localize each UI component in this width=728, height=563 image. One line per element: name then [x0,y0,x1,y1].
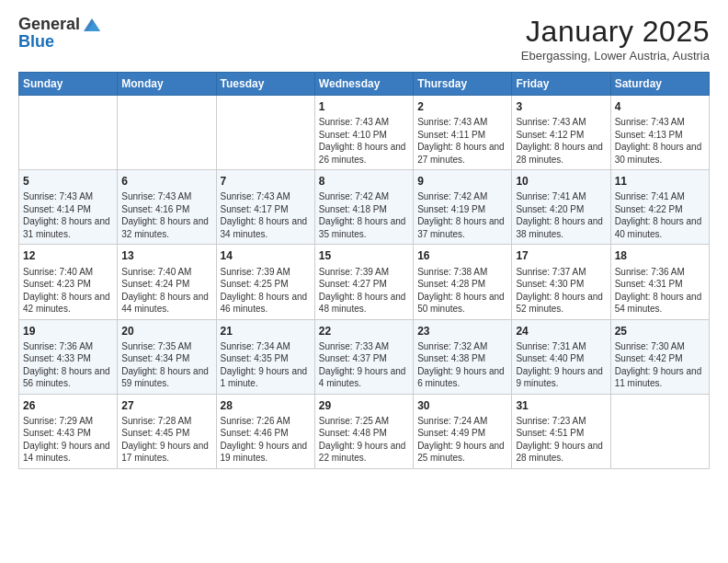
cell-3-5: 24Sunrise: 7:31 AMSunset: 4:40 PMDayligh… [512,319,610,394]
cell-0-1 [118,96,216,170]
day-number: 6 [121,174,211,189]
col-thursday: Thursday [414,73,512,96]
day-number: 17 [516,248,606,263]
day-number: 31 [516,398,606,413]
sunrise-text: Sunrise: 7:39 AM [221,266,311,279]
cell-3-4: 23Sunrise: 7:32 AMSunset: 4:38 PMDayligh… [414,319,512,394]
daylight-text: Daylight: 9 hours and 25 minutes. [417,440,507,465]
day-number: 4 [615,99,705,114]
sunset-text: Sunset: 4:43 PM [23,427,113,440]
sunset-text: Sunset: 4:33 PM [23,352,113,365]
week-row-3: 19Sunrise: 7:36 AMSunset: 4:33 PMDayligh… [19,319,710,394]
sunrise-text: Sunrise: 7:29 AM [23,415,113,428]
sunrise-text: Sunrise: 7:43 AM [417,116,507,129]
month-title: January 2025 [521,15,710,49]
sunset-text: Sunset: 4:12 PM [516,129,606,142]
day-number: 20 [121,324,211,339]
sunrise-text: Sunrise: 7:35 AM [121,340,211,353]
sunrise-text: Sunrise: 7:23 AM [516,415,606,428]
sunset-text: Sunset: 4:22 PM [615,203,705,216]
sunrise-text: Sunrise: 7:43 AM [23,190,113,203]
daylight-text: Daylight: 8 hours and 27 minutes. [417,141,507,166]
daylight-text: Daylight: 9 hours and 11 minutes. [615,365,705,390]
cell-4-2: 28Sunrise: 7:26 AMSunset: 4:46 PMDayligh… [216,394,314,468]
daylight-text: Daylight: 9 hours and 6 minutes. [417,365,507,390]
sunrise-text: Sunrise: 7:34 AM [221,340,311,353]
col-friday: Friday [512,73,610,96]
sunset-text: Sunset: 4:17 PM [221,203,311,216]
day-number: 24 [516,324,606,339]
cell-4-1: 27Sunrise: 7:28 AMSunset: 4:45 PMDayligh… [118,394,216,468]
day-number: 10 [516,174,606,189]
sunset-text: Sunset: 4:40 PM [516,352,606,365]
calendar-table: Sunday Monday Tuesday Wednesday Thursday… [18,72,710,469]
daylight-text: Daylight: 8 hours and 48 minutes. [319,291,409,316]
sunset-text: Sunset: 4:49 PM [417,427,507,440]
day-number: 11 [615,174,705,189]
logo-icon [82,15,102,35]
day-number: 21 [221,324,311,339]
cell-3-1: 20Sunrise: 7:35 AMSunset: 4:34 PMDayligh… [118,319,216,394]
cell-1-6: 11Sunrise: 7:41 AMSunset: 4:22 PMDayligh… [610,170,709,245]
sunrise-text: Sunrise: 7:43 AM [319,116,409,129]
day-number: 3 [516,99,606,114]
sunset-text: Sunset: 4:51 PM [516,427,606,440]
location-subtitle: Ebergassing, Lower Austria, Austria [521,49,710,63]
cell-0-3: 1Sunrise: 7:43 AMSunset: 4:10 PMDaylight… [314,96,413,170]
daylight-text: Daylight: 8 hours and 35 minutes. [319,215,409,240]
col-tuesday: Tuesday [216,73,314,96]
sunrise-text: Sunrise: 7:40 AM [23,266,113,279]
cell-4-3: 29Sunrise: 7:25 AMSunset: 4:48 PMDayligh… [314,394,413,468]
cell-2-4: 16Sunrise: 7:38 AMSunset: 4:28 PMDayligh… [414,245,512,319]
day-number: 27 [121,398,211,413]
col-sunday: Sunday [19,73,118,96]
daylight-text: Daylight: 9 hours and 28 minutes. [516,440,606,465]
day-number: 22 [319,324,409,339]
sunset-text: Sunset: 4:37 PM [319,352,409,365]
sunrise-text: Sunrise: 7:43 AM [121,190,211,203]
daylight-text: Daylight: 8 hours and 31 minutes. [23,215,113,240]
day-number: 18 [615,248,705,263]
week-row-0: 1Sunrise: 7:43 AMSunset: 4:10 PMDaylight… [19,96,710,170]
day-number: 15 [319,248,409,263]
cell-3-6: 25Sunrise: 7:30 AMSunset: 4:42 PMDayligh… [610,319,709,394]
sunrise-text: Sunrise: 7:36 AM [23,340,113,353]
cell-3-3: 22Sunrise: 7:33 AMSunset: 4:37 PMDayligh… [314,319,413,394]
day-number: 28 [221,398,311,413]
day-number: 14 [221,248,311,263]
day-number: 2 [417,99,507,114]
daylight-text: Daylight: 8 hours and 26 minutes. [319,141,409,166]
cell-0-4: 2Sunrise: 7:43 AMSunset: 4:11 PMDaylight… [414,96,512,170]
cell-4-5: 31Sunrise: 7:23 AMSunset: 4:51 PMDayligh… [512,394,610,468]
cell-1-2: 7Sunrise: 7:43 AMSunset: 4:17 PMDaylight… [216,170,314,245]
sunset-text: Sunset: 4:48 PM [319,427,409,440]
day-number: 26 [23,398,113,413]
daylight-text: Daylight: 9 hours and 9 minutes. [516,365,606,390]
cell-2-0: 12Sunrise: 7:40 AMSunset: 4:23 PMDayligh… [19,245,118,319]
sunrise-text: Sunrise: 7:33 AM [319,340,409,353]
week-row-1: 5Sunrise: 7:43 AMSunset: 4:14 PMDaylight… [19,170,710,245]
header: General Blue January 2025 Ebergassing, L… [18,15,710,63]
sunset-text: Sunset: 4:27 PM [319,278,409,291]
week-row-2: 12Sunrise: 7:40 AMSunset: 4:23 PMDayligh… [19,245,710,319]
sunset-text: Sunset: 4:45 PM [121,427,211,440]
cell-4-0: 26Sunrise: 7:29 AMSunset: 4:43 PMDayligh… [19,394,118,468]
col-wednesday: Wednesday [314,73,413,96]
col-saturday: Saturday [610,73,709,96]
sunrise-text: Sunrise: 7:30 AM [615,340,705,353]
sunrise-text: Sunrise: 7:36 AM [615,266,705,279]
daylight-text: Daylight: 8 hours and 46 minutes. [221,291,311,316]
sunrise-text: Sunrise: 7:39 AM [319,266,409,279]
daylight-text: Daylight: 8 hours and 42 minutes. [23,291,113,316]
cell-3-2: 21Sunrise: 7:34 AMSunset: 4:35 PMDayligh… [216,319,314,394]
logo-general: General [18,16,80,34]
cell-0-6: 4Sunrise: 7:43 AMSunset: 4:13 PMDaylight… [610,96,709,170]
sunset-text: Sunset: 4:38 PM [417,352,507,365]
sunset-text: Sunset: 4:31 PM [615,278,705,291]
sunrise-text: Sunrise: 7:25 AM [319,415,409,428]
daylight-text: Daylight: 8 hours and 34 minutes. [221,215,311,240]
cell-2-3: 15Sunrise: 7:39 AMSunset: 4:27 PMDayligh… [314,245,413,319]
sunset-text: Sunset: 4:42 PM [615,352,705,365]
sunset-text: Sunset: 4:14 PM [23,203,113,216]
daylight-text: Daylight: 8 hours and 50 minutes. [417,291,507,316]
